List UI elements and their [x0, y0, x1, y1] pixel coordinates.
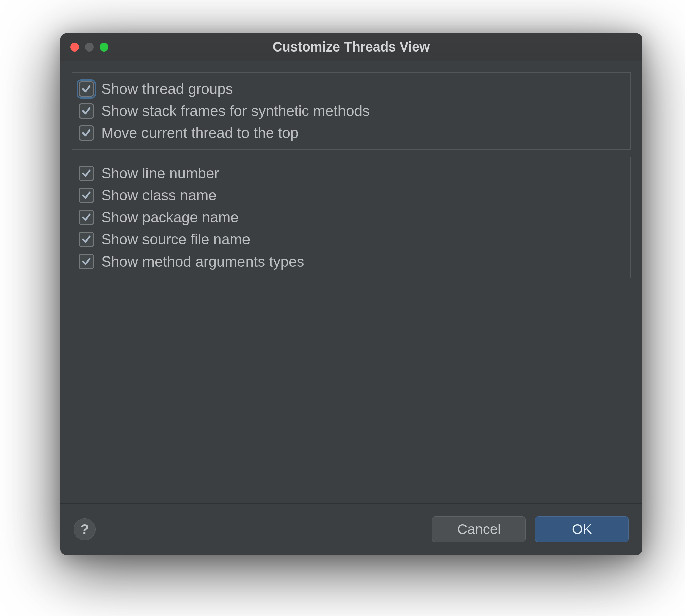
titlebar: Customize Threads View — [60, 34, 642, 61]
checkbox-show-stack-frames-synthetic[interactable] — [79, 103, 94, 119]
option-label: Show line number — [101, 165, 219, 182]
option-group-display: Show line number Show class name Show pa… — [71, 156, 631, 278]
option-group-threads: Show thread groups Show stack frames for… — [71, 72, 631, 150]
checkbox-show-thread-groups[interactable] — [79, 81, 94, 97]
button-label: OK — [572, 521, 592, 537]
ok-button[interactable]: OK — [535, 516, 629, 543]
option-label: Show stack frames for synthetic methods — [101, 103, 370, 119]
option-label: Show method arguments types — [101, 253, 304, 270]
dialog-title: Customize Threads View — [60, 40, 642, 54]
checkbox-show-class-name[interactable] — [79, 188, 94, 203]
option-row: Show class name — [79, 184, 624, 206]
option-row: Show source file name — [79, 228, 624, 250]
option-label: Show package name — [101, 209, 239, 226]
option-row: Show line number — [79, 162, 624, 184]
window-close-button[interactable] — [70, 43, 79, 51]
checkmark-icon — [81, 84, 91, 94]
window-minimize-button[interactable] — [85, 43, 94, 51]
checkmark-icon — [81, 168, 91, 178]
customize-threads-view-dialog: Customize Threads View Show thread group… — [60, 34, 642, 555]
option-label: Show class name — [101, 187, 217, 204]
checkmark-icon — [81, 106, 91, 116]
checkmark-icon — [81, 235, 91, 244]
checkbox-show-package-name[interactable] — [79, 210, 94, 225]
dialog-footer: ? Cancel OK — [60, 503, 642, 555]
button-label: Cancel — [457, 521, 501, 537]
option-label: Move current thread to the top — [101, 125, 299, 141]
option-row: Show stack frames for synthetic methods — [79, 100, 624, 122]
window-maximize-button[interactable] — [100, 43, 108, 51]
checkmark-icon — [81, 190, 91, 200]
option-label: Show thread groups — [101, 81, 233, 97]
checkbox-show-source-file-name[interactable] — [79, 232, 94, 247]
help-button[interactable]: ? — [73, 518, 96, 541]
option-row: Show package name — [79, 206, 624, 228]
checkmark-icon — [81, 212, 91, 222]
help-icon: ? — [80, 521, 89, 537]
option-row: Show method arguments types — [79, 250, 624, 272]
window-controls — [70, 43, 108, 51]
checkbox-show-method-arguments-types[interactable] — [79, 254, 94, 269]
checkbox-move-current-thread-top[interactable] — [79, 126, 94, 141]
option-label: Show source file name — [101, 231, 250, 248]
checkmark-icon — [81, 257, 91, 266]
checkbox-show-line-number[interactable] — [79, 166, 94, 181]
checkmark-icon — [81, 128, 91, 138]
cancel-button[interactable]: Cancel — [432, 516, 526, 543]
option-row: Show thread groups — [79, 78, 624, 100]
option-row: Move current thread to the top — [79, 122, 624, 144]
dialog-content: Show thread groups Show stack frames for… — [60, 61, 642, 503]
